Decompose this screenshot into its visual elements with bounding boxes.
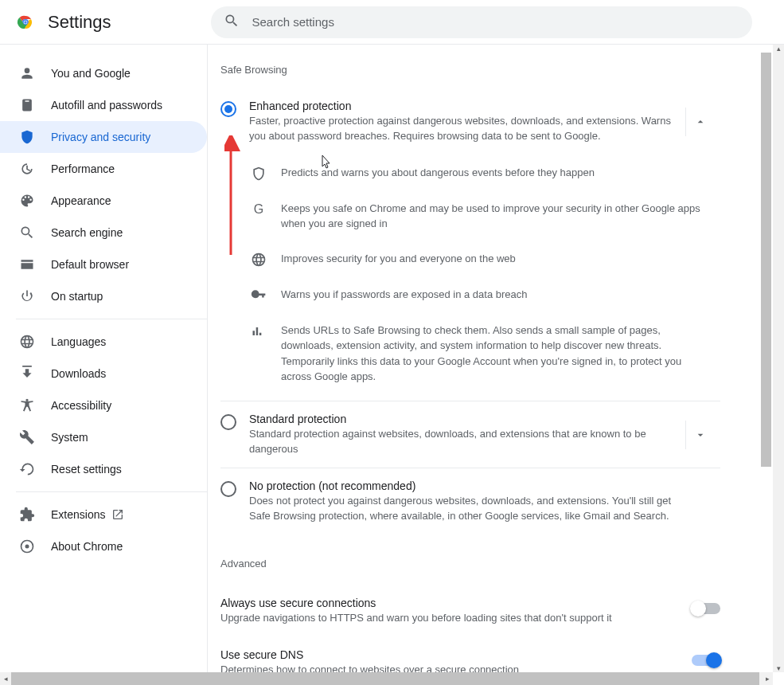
sidebar-item-label: You and Google xyxy=(51,67,131,80)
option-no-protection[interactable]: No protection (not recommended) Does not… xyxy=(220,468,720,535)
google-g-icon: G xyxy=(251,202,267,217)
sidebar-item-appearance[interactable]: Appearance xyxy=(0,185,207,217)
search-icon xyxy=(224,13,252,31)
sidebar-item-label: System xyxy=(51,431,88,444)
sidebar-item-label: Autofill and passwords xyxy=(51,99,162,112)
sidebar-item-label: Extensions xyxy=(51,508,105,521)
sidebar-item-label: Search engine xyxy=(51,226,123,239)
radio-button[interactable] xyxy=(220,481,236,497)
key-icon xyxy=(251,288,267,303)
content-scrollbar[interactable] xyxy=(761,45,771,669)
section-header-advanced: Advanced xyxy=(220,558,720,570)
sidebar-item-system[interactable]: System xyxy=(0,421,207,453)
analytics-icon xyxy=(251,323,267,339)
expand-button[interactable] xyxy=(685,421,714,449)
chevron-up-icon xyxy=(694,115,707,128)
sidebar-item-accessibility[interactable]: Accessibility xyxy=(0,389,207,421)
sidebar-item-downloads[interactable]: Downloads xyxy=(0,358,207,389)
sidebar-item-reset-settings[interactable]: Reset settings xyxy=(0,453,207,485)
option-title: Standard protection xyxy=(249,413,676,425)
sidebar-item-about-chrome[interactable]: About Chrome xyxy=(0,530,207,562)
detail-item: Improves security for you and everyone o… xyxy=(251,241,720,277)
sidebar-separator xyxy=(16,319,207,319)
sidebar-item-label: Accessibility xyxy=(51,399,111,412)
option-title: No protection (not recommended) xyxy=(249,480,676,492)
globe-icon xyxy=(251,252,267,268)
toggle-description: Upgrade navigations to HTTPS and warn yo… xyxy=(220,611,679,626)
horizontal-scrollbar[interactable]: ◂▸ xyxy=(0,672,773,685)
option-title: Enhanced protection xyxy=(249,100,676,112)
toggle-secure-connections[interactable]: Always use secure connections Upgrade na… xyxy=(220,585,720,637)
svg-point-3 xyxy=(24,21,26,23)
sidebar-item-label: Appearance xyxy=(51,194,111,207)
shield-icon xyxy=(251,166,267,182)
chevron-down-icon xyxy=(694,429,707,441)
chrome-logo-icon xyxy=(16,13,35,32)
radio-button[interactable] xyxy=(220,414,236,430)
sidebar-item-label: Privacy and security xyxy=(51,131,150,143)
detail-item: Predicts and warns you about dangerous e… xyxy=(251,155,720,191)
toggle-title: Use secure DNS xyxy=(220,648,679,661)
section-header-safe-browsing: Safe Browsing xyxy=(220,64,720,76)
detail-item: Sends URLs to Safe Browsing to check the… xyxy=(251,313,720,394)
option-description: Faster, proactive protection against dan… xyxy=(249,114,676,144)
sidebar-item-autofill[interactable]: Autofill and passwords xyxy=(0,89,207,121)
sidebar-item-search-engine[interactable]: Search engine xyxy=(0,217,207,249)
detail-item: Warns you if passwords are exposed in a … xyxy=(251,277,720,313)
option-description: Does not protect you against dangerous w… xyxy=(249,494,676,524)
sidebar: You and Google Autofill and passwords Pr… xyxy=(0,45,207,672)
detail-item: GKeeps you safe on Chrome and may be use… xyxy=(251,191,720,241)
collapse-button[interactable] xyxy=(685,108,714,136)
sidebar-item-label: Languages xyxy=(51,335,106,348)
external-link-icon xyxy=(111,508,124,521)
search-input[interactable] xyxy=(252,15,739,29)
toggle-secure-dns[interactable]: Use secure DNS Determines how to connect… xyxy=(220,637,720,672)
svg-point-5 xyxy=(25,545,29,549)
page-title: Settings xyxy=(48,12,111,33)
sidebar-item-on-startup[interactable]: On startup xyxy=(0,280,207,312)
toggle-description: Determines how to connect to websites ov… xyxy=(220,663,679,672)
option-description: Standard protection against websites, do… xyxy=(249,427,676,457)
toggle-title: Always use secure connections xyxy=(220,597,679,609)
sidebar-item-label: About Chrome xyxy=(51,540,123,553)
option-enhanced-protection[interactable]: Enhanced protection Faster, proactive pr… xyxy=(220,88,720,155)
top-bar: Settings xyxy=(0,0,784,45)
sidebar-item-label: Default browser xyxy=(51,258,129,271)
outer-vertical-scrollbar[interactable]: ▴▾ xyxy=(773,45,784,672)
toggle-switch[interactable] xyxy=(692,603,720,614)
sidebar-item-default-browser[interactable]: Default browser xyxy=(0,249,207,280)
sidebar-item-label: Performance xyxy=(51,162,115,175)
sidebar-item-performance[interactable]: Performance xyxy=(0,153,207,185)
sidebar-separator xyxy=(16,491,207,492)
sidebar-item-extensions[interactable]: Extensions xyxy=(0,499,207,530)
sidebar-item-languages[interactable]: Languages xyxy=(0,326,207,358)
sidebar-item-label: Reset settings xyxy=(51,463,122,476)
option-standard-protection[interactable]: Standard protection Standard protection … xyxy=(220,401,720,469)
sidebar-item-label: On startup xyxy=(51,290,103,303)
search-bar[interactable] xyxy=(211,6,752,38)
sidebar-item-you-and-google[interactable]: You and Google xyxy=(0,57,207,89)
sidebar-item-label: Downloads xyxy=(51,367,106,380)
radio-button[interactable] xyxy=(220,101,236,117)
content-area[interactable]: Safe Browsing Enhanced protection Faster… xyxy=(207,45,784,672)
enhanced-details: Predicts and warns you about dangerous e… xyxy=(220,155,720,401)
toggle-switch[interactable] xyxy=(692,655,720,666)
sidebar-item-privacy-security[interactable]: Privacy and security xyxy=(0,121,207,153)
